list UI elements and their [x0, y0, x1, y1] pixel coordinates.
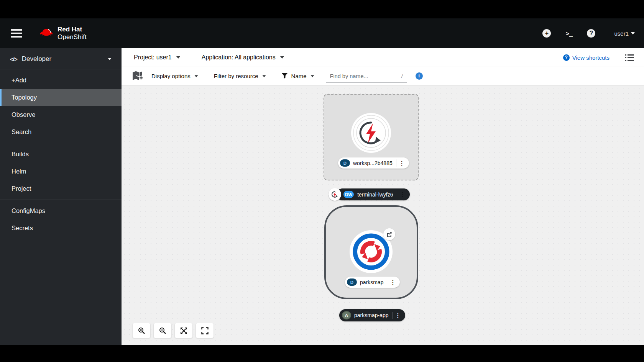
web-terminal-icon[interactable]: >_	[564, 29, 573, 38]
context-bar-right: ? View shortcuts	[563, 54, 634, 61]
brand-line1: Red Hat	[58, 26, 87, 33]
fit-to-screen-button[interactable]	[175, 323, 192, 338]
parksmap-app-group-label[interactable]: A parksmap-app ⋮	[339, 309, 405, 321]
devworkspace-badge: DW	[343, 191, 354, 198]
workspace-node-name: worksp...2b4885	[350, 160, 396, 166]
zoom-out-button[interactable]	[154, 323, 171, 338]
sidebar-item-helm[interactable]: Helm	[0, 163, 122, 180]
name-filter-dropdown[interactable]: Name	[274, 73, 322, 79]
application-selector[interactable]: Application: All applications	[202, 54, 284, 61]
zoom-in-button[interactable]	[133, 323, 150, 338]
sidebar-item-secrets[interactable]: Secrets	[0, 219, 122, 237]
masthead: Red Hat OpenShift + >_ ? user1	[0, 18, 644, 48]
project-selector-label: Project: user1	[134, 54, 172, 61]
chevron-down-icon	[194, 75, 198, 77]
application-selector-label: Application: All applications	[202, 54, 276, 61]
menu-toggle-icon[interactable]	[11, 29, 22, 38]
masthead-utilities: + >_ ? user1	[542, 29, 635, 38]
kebab-menu-icon[interactable]: ⋮	[396, 160, 407, 166]
sidebar-nav: </> Developer +Add Topology Observe Sear…	[0, 48, 122, 345]
chevron-down-icon	[176, 56, 180, 59]
chevron-down-icon	[310, 75, 314, 77]
brand-text: Red Hat OpenShift	[58, 26, 87, 41]
sidebar-item-observe[interactable]: Observe	[0, 106, 122, 123]
letterbox-top	[0, 0, 644, 18]
display-options-dropdown[interactable]: Display options	[144, 73, 206, 79]
nav-group-main: +Add Topology Observe Search	[0, 69, 122, 143]
plus-circle-icon: +	[542, 29, 551, 38]
shortcut-key-hint: /	[401, 73, 403, 79]
main-content: Project: user1 Application: All applicat…	[122, 48, 644, 345]
help-menu-icon[interactable]: ?	[586, 29, 596, 38]
guided-tour-icon[interactable]	[131, 71, 143, 82]
sidebar-item-search[interactable]: Search	[0, 123, 122, 141]
find-by-name-input[interactable]	[330, 73, 401, 79]
quick-create-icon[interactable]: +	[542, 29, 551, 38]
terminal-glyph-icon: >_	[566, 30, 572, 37]
workspace-node-icon[interactable]	[351, 113, 391, 153]
find-by-name-field: /	[326, 70, 407, 83]
sidebar-item-topology[interactable]: Topology	[0, 89, 122, 106]
chevron-down-icon	[108, 58, 112, 60]
topology-canvas[interactable]: D worksp...2b4885 ⋮ DW terminal-	[122, 85, 644, 345]
view-shortcuts-label: View shortcuts	[572, 54, 610, 61]
parksmap-node-name: parksmap	[357, 279, 387, 285]
kebab-menu-icon[interactable]: ⋮	[397, 192, 408, 197]
terminal-node-icon[interactable]	[329, 188, 341, 201]
parksmap-app-group-name: parksmap-app	[351, 312, 392, 318]
kebab-menu-icon[interactable]: ⋮	[387, 279, 398, 285]
question-circle-icon: ?	[563, 54, 570, 61]
deployment-badge: D	[340, 159, 350, 167]
application-badge: A	[342, 311, 351, 319]
name-filter-label: Name	[291, 73, 307, 79]
sidebar-item-builds[interactable]: Builds	[0, 146, 122, 163]
sidebar-item-project[interactable]: Project	[0, 180, 122, 197]
filter-funnel-icon	[282, 73, 288, 79]
kebab-menu-icon[interactable]: ⋮	[393, 313, 404, 318]
letterbox-bottom	[0, 345, 644, 362]
chevron-down-icon	[262, 75, 266, 77]
open-url-icon[interactable]	[383, 228, 395, 240]
sidebar-item-configmaps[interactable]: ConfigMaps	[0, 202, 122, 219]
user-menu[interactable]: user1	[614, 30, 635, 37]
chevron-down-icon	[631, 32, 635, 34]
canvas-controls	[133, 323, 214, 338]
list-view-toggle-icon[interactable]	[625, 54, 634, 61]
code-icon: </>	[10, 56, 17, 62]
chevron-down-icon	[280, 56, 284, 59]
workspace-node-label[interactable]: D worksp...2b4885 ⋮	[338, 157, 409, 169]
parksmap-node-label[interactable]: D parksmap ⋮	[345, 277, 400, 288]
info-circle-icon[interactable]: i	[416, 72, 423, 80]
nav-group-resources: Builds Helm Project	[0, 143, 122, 200]
perspective-label: Developer	[22, 55, 52, 63]
topology-toolbar: Display options Filter by resource Name …	[122, 67, 644, 85]
terminal-node[interactable]: DW terminal-lwyfz6 ⋮	[329, 188, 410, 201]
question-circle-icon: ?	[587, 29, 595, 38]
reset-view-button[interactable]	[196, 323, 214, 338]
view-shortcuts-link[interactable]: ? View shortcuts	[563, 54, 610, 61]
project-selector[interactable]: Project: user1	[134, 54, 180, 61]
terminal-node-label[interactable]: DW terminal-lwyfz6 ⋮	[337, 188, 410, 200]
nav-group-config: ConfigMaps Secrets	[0, 200, 122, 239]
filter-resource-dropdown[interactable]: Filter by resource	[206, 73, 274, 79]
brand-line2: OpenShift	[58, 33, 87, 41]
user-menu-label: user1	[614, 30, 629, 37]
display-options-label: Display options	[151, 73, 191, 79]
deployment-badge: D	[347, 278, 357, 286]
context-bar: Project: user1 Application: All applicat…	[122, 48, 644, 67]
brand-logo[interactable]: Red Hat OpenShift	[39, 26, 87, 41]
perspective-switcher[interactable]: </> Developer	[0, 48, 122, 69]
terminal-node-name: terminal-lwyfz6	[354, 192, 397, 198]
filter-resource-label: Filter by resource	[214, 73, 258, 79]
redhat-fedora-icon	[39, 27, 54, 40]
sidebar-item-add[interactable]: +Add	[0, 72, 122, 89]
